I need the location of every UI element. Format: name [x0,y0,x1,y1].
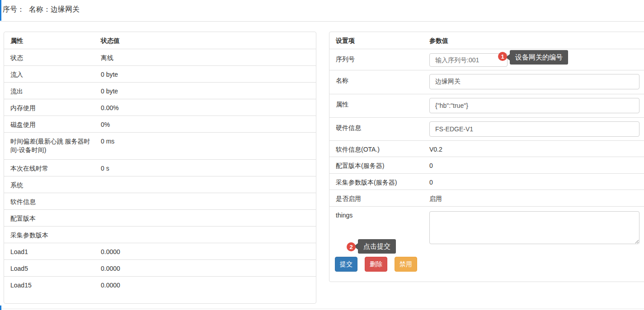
step-badge-2: 2 [347,242,356,251]
status-row-value: 0.0000 [101,243,316,259]
submit-tooltip: 点击提交 [354,239,396,254]
enabled-value: 启用 [429,190,644,206]
name-input[interactable] [429,74,639,89]
serial-tooltip-text: 设备网关的编号 [510,50,568,65]
table-row: Load1 0.0000 [4,243,316,260]
table-row: 属性 [329,94,644,118]
table-row: 磁盘使用 0% [4,116,316,133]
status-row-label: 时间偏差(最新心跳 服务器时间-设备时间) [4,133,101,159]
software-info-value: V0.2 [429,141,644,157]
status-row-value [101,210,316,226]
status-row-value: 0.0000 [101,260,316,276]
status-row-value: 0 s [101,160,316,176]
table-row: 软件信息 [4,193,316,210]
header-divider [0,21,644,22]
status-row-value: 0.00% [101,99,316,116]
status-row-label: Load5 [4,260,101,276]
status-row-label: 流入 [4,66,101,82]
status-row-value [101,227,316,243]
serial-tooltip: 设备网关的编号 [506,50,568,65]
status-row-label: 本次在线时常 [4,160,101,176]
status-row-label: 磁盘使用 [4,116,101,132]
settings-header-item: 设置项 [329,32,429,49]
status-row-label: 状态 [4,49,101,65]
disable-button[interactable]: 禁用 [395,257,417,272]
table-row: 时间偏差(最新心跳 服务器时间-设备时间) 0 ms [4,133,316,160]
status-header-attribute: 属性 [4,32,101,49]
serial-number-label: 序号： [3,5,24,13]
status-row-value: 0.0000 [101,277,316,293]
device-name-label: 名称： [29,5,51,13]
attributes-input[interactable] [429,98,639,113]
action-button-bar: 提交 删除 禁用 [335,257,417,272]
settings-header-value: 参数值 [429,32,644,49]
status-table-header: 属性 状态值 [4,32,316,49]
table-row: 配置版本(服务器) 0 [329,157,644,174]
table-row: 是否启用 启用 [329,190,644,207]
submit-tooltip-text: 点击提交 [358,239,396,254]
status-row-value [101,176,316,193]
table-row: 系统 [4,176,316,193]
collect-version-label: 采集参数版本(服务器) [329,174,429,190]
section-accent-bottom [0,305,1,310]
software-info-label: 软件信息(OTA.) [329,141,429,157]
submit-button[interactable]: 提交 [335,257,357,272]
hardware-info-input[interactable] [429,121,639,137]
step-badge-1: 1 [498,52,507,61]
table-row: 名称 [329,70,644,94]
things-textarea[interactable] [429,211,639,244]
table-row: 本次在线时常 0 s [4,160,316,176]
status-row-label: 软件信息 [4,193,101,209]
device-name-value: 边缘网关 [51,5,80,13]
config-version-label: 配置版本(服务器) [329,157,429,173]
page-title: 序号：名称：边缘网关 [3,5,80,14]
config-version-value: 0 [429,157,644,173]
delete-button[interactable]: 删除 [365,257,387,272]
serial-input[interactable] [429,53,508,67]
status-row-label: Load15 [4,277,101,293]
status-row-value: 离线 [101,49,316,65]
attributes-label: 属性 [329,94,429,117]
table-row: 序列号 [329,49,644,70]
section-accent-top [0,0,1,21]
status-row-value: 0 ms [101,133,316,159]
enabled-label: 是否启用 [329,190,429,206]
status-row-value [101,193,316,209]
hardware-info-label: 硬件信息 [329,118,429,140]
table-row: 采集参数版本(服务器) 0 [329,174,644,190]
status-row-label: 配置版本 [4,210,101,226]
status-row-label: 采集参数版本 [4,227,101,243]
status-panel: 属性 状态值 状态 离线 流入 0 byte 流出 0 byte 内存使用 0.… [4,32,316,304]
table-row: 硬件信息 [329,118,644,141]
table-row: 流入 0 byte [4,66,316,83]
table-row: 内存使用 0.00% [4,99,316,116]
table-row: 状态 离线 [4,49,316,66]
status-row-label: 系统 [4,176,101,193]
collect-version-value: 0 [429,174,644,190]
status-header-value: 状态值 [101,32,316,49]
table-row: Load5 0.0000 [4,260,316,277]
table-row: 采集参数版本 [4,227,316,243]
settings-table-header: 设置项 参数值 [329,32,644,49]
serial-label: 序列号 [329,49,429,70]
table-row: 配置版本 [4,210,316,227]
status-row-label: 内存使用 [4,99,101,116]
status-row-value: 0% [101,116,316,132]
name-label: 名称 [329,70,429,94]
status-row-label: 流出 [4,83,101,99]
status-row-value: 0 byte [101,66,316,82]
bottom-divider [0,309,644,309]
table-row: 流出 0 byte [4,83,316,99]
status-row-label: Load1 [4,243,101,259]
table-row: Load15 0.0000 [4,277,316,293]
table-row: 软件信息(OTA.) V0.2 [329,141,644,157]
status-row-value: 0 byte [101,83,316,99]
